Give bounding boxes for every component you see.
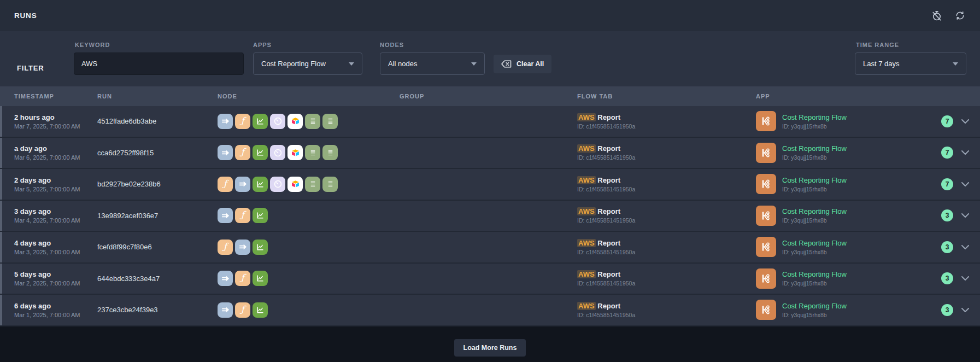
chart-icon[interactable] [253, 114, 268, 129]
nodes-select[interactable]: All nodes [380, 52, 485, 75]
load-more-runs-button[interactable]: Load More Runs [454, 339, 526, 357]
function-icon[interactable]: ƒ [235, 271, 250, 286]
table-header: TIMESTAMP RUN NODE GROUP FLOW TAB APP [0, 86, 980, 106]
app-name-link[interactable]: Cost Reporting Flow [782, 144, 847, 153]
app-name-link[interactable]: Cost Reporting Flow [782, 270, 847, 278]
app-name-link[interactable]: Cost Reporting Flow [782, 207, 847, 215]
app-id: ID: y3qujj15rhx8b [782, 312, 847, 318]
notes-icon[interactable] [305, 145, 320, 160]
notes-icon[interactable] [322, 145, 338, 160]
app-id: ID: y3qujj15rhx8b [782, 249, 847, 255]
app-name-link[interactable]: Cost Reporting Flow [782, 302, 847, 310]
timestamp-text: Mar 3, 2025, 7:00:00 AM [14, 249, 97, 255]
router-arrow-icon[interactable] [235, 177, 250, 192]
chart-icon[interactable] [253, 271, 268, 286]
notes-icon[interactable] [322, 114, 338, 129]
run-id: 644ebdc333c3e4a7 [97, 275, 218, 283]
chart-icon[interactable] [253, 177, 268, 192]
airtable-icon[interactable] [287, 145, 303, 160]
notes-icon[interactable] [305, 114, 320, 129]
run-row[interactable]: 5 days agoMar 2, 2025, 7:00:00 AM644ebdc… [0, 264, 980, 295]
node-count-badge: 3 [941, 272, 953, 284]
airtable-icon[interactable] [287, 177, 303, 192]
nodes-label: NODES [380, 42, 404, 48]
timer-off-icon[interactable] [929, 8, 945, 24]
relative-time: 3 days ago [14, 207, 97, 215]
column-header-flow-tab: FLOW TAB [577, 93, 756, 100]
app-id: ID: y3qujj15rhx8b [782, 186, 847, 192]
run-row[interactable]: 3 days agoMar 4, 2025, 7:00:00 AM13e9892… [0, 201, 980, 232]
app-name-link[interactable]: Cost Reporting Flow [782, 176, 847, 184]
timer-icon[interactable] [270, 177, 285, 192]
function-icon[interactable]: ƒ [235, 302, 250, 318]
run-row[interactable]: 2 days agoMar 5, 2025, 7:00:00 AMbd2927b… [0, 169, 980, 201]
chart-icon[interactable] [253, 208, 268, 223]
notes-icon[interactable] [322, 177, 338, 192]
time-range-select[interactable]: Last 7 days [855, 52, 966, 75]
expand-chevron-icon[interactable] [961, 276, 969, 281]
router-arrow-icon[interactable] [218, 145, 233, 160]
relative-time: 6 days ago [14, 302, 97, 310]
run-row[interactable]: 6 days agoMar 1, 2025, 7:00:00 AM237ce3c… [0, 295, 980, 326]
timestamp-cell: 4 days agoMar 3, 2025, 7:00:00 AM [14, 239, 97, 255]
notes-icon[interactable] [305, 177, 320, 192]
apps-select[interactable]: Cost Reporting Flow [253, 52, 362, 75]
expand-chevron-icon[interactable] [961, 213, 969, 218]
filter-section: FILTER KEYWORD APPS Cost Reporting Flow … [0, 31, 980, 86]
expand-chevron-icon[interactable] [961, 182, 969, 186]
router-arrow-icon[interactable] [235, 240, 250, 255]
flow-app-icon [756, 174, 776, 194]
flow-tab-cell: AWS ReportID: c1f455851451950a [577, 239, 756, 255]
timestamp-text: Mar 5, 2025, 7:00:00 AM [14, 186, 97, 192]
chart-icon[interactable] [253, 302, 268, 318]
router-arrow-icon[interactable] [218, 114, 233, 129]
app-cell: Cost Reporting FlowID: y3qujj15rhx8b [756, 237, 936, 257]
node-count-badge: 7 [941, 178, 953, 190]
clear-all-button[interactable]: Clear All [494, 55, 551, 73]
timestamp-cell: 2 days agoMar 5, 2025, 7:00:00 AM [14, 176, 97, 192]
router-arrow-icon[interactable] [218, 302, 233, 318]
chart-icon[interactable] [253, 145, 268, 160]
flow-tab-id: ID: c1f455851451950a [577, 312, 756, 318]
run-id: cca6d2752ff98f15 [97, 149, 218, 157]
node-cell: ƒ [218, 114, 400, 129]
router-arrow-icon[interactable] [218, 271, 233, 286]
keyword-highlight: AWS [577, 207, 596, 215]
flow-tab-cell: AWS ReportID: c1f455851451950a [577, 176, 756, 192]
runs-page: RUNS FILTER KEYWORD APPS Cost Reporting … [0, 0, 980, 362]
relative-time: a day ago [14, 144, 97, 153]
function-icon[interactable]: ƒ [235, 208, 250, 223]
chart-icon[interactable] [253, 240, 268, 255]
column-header-run: RUN [97, 93, 218, 100]
keyword-highlight: AWS [577, 176, 596, 184]
timer-icon[interactable] [270, 145, 285, 160]
router-arrow-icon[interactable] [218, 208, 233, 223]
refresh-icon[interactable] [952, 8, 968, 24]
node-cell: ƒ [218, 208, 400, 223]
time-range-label: TIME RANGE [856, 42, 899, 48]
flow-tab-title: Report [596, 176, 621, 184]
row-actions: 3 [936, 272, 980, 284]
run-row[interactable]: 4 days agoMar 3, 2025, 7:00:00 AMfcefd8f… [0, 232, 980, 264]
keyword-input[interactable] [74, 52, 244, 75]
column-header-node: NODE [218, 93, 400, 100]
expand-chevron-icon[interactable] [961, 150, 969, 155]
run-row[interactable]: a day agoMar 6, 2025, 7:00:00 AMcca6d275… [0, 138, 980, 170]
timestamp-cell: 6 days agoMar 1, 2025, 7:00:00 AM [14, 302, 97, 318]
app-id: ID: y3qujj15rhx8b [782, 154, 847, 161]
expand-chevron-icon[interactable] [961, 245, 969, 249]
timer-icon[interactable] [270, 114, 285, 129]
app-name-link[interactable]: Cost Reporting Flow [782, 113, 847, 121]
expand-chevron-icon[interactable] [961, 308, 969, 312]
run-row[interactable]: 2 hours agoMar 7, 2025, 7:00:00 AM4512ff… [0, 106, 980, 138]
app-name-link[interactable]: Cost Reporting Flow [782, 239, 847, 247]
function-icon[interactable]: ƒ [218, 240, 233, 255]
function-icon[interactable]: ƒ [235, 114, 250, 129]
airtable-icon[interactable] [287, 114, 303, 129]
keyword-label: KEYWORD [75, 42, 110, 48]
node-cell: ƒ [218, 145, 400, 160]
function-icon[interactable]: ƒ [235, 145, 250, 160]
function-icon[interactable]: ƒ [218, 177, 233, 192]
expand-chevron-icon[interactable] [961, 119, 969, 124]
chevron-down-icon [349, 62, 354, 66]
